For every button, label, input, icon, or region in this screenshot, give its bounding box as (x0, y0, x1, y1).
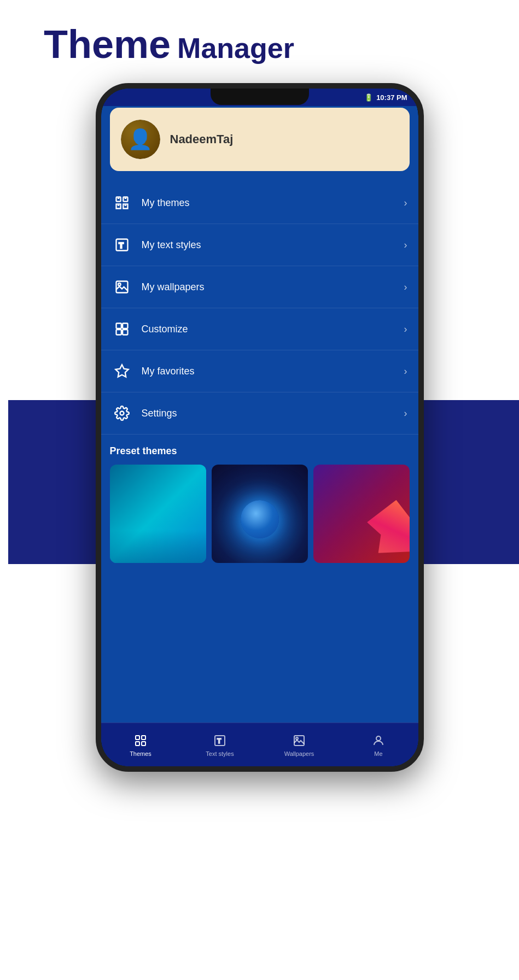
svg-rect-9 (123, 330, 127, 335)
menu-item-my-favorites[interactable]: My favorites › (101, 350, 418, 392)
svg-rect-14 (136, 742, 139, 746)
menu-label-settings: Settings (142, 408, 404, 419)
chevron-icon-wallpapers: › (404, 281, 407, 293)
nav-item-wallpapers[interactable]: Wallpapers (260, 729, 339, 761)
nav-themes-icon (133, 733, 148, 748)
menu-item-settings[interactable]: Settings › (101, 392, 418, 435)
chevron-icon-themes: › (404, 197, 407, 209)
phone-frame: 🔋 10:37 PM NadeemTaj My themes › (96, 83, 424, 772)
svg-rect-6 (116, 324, 121, 328)
svg-rect-7 (123, 324, 127, 328)
svg-text:T: T (119, 241, 124, 250)
svg-rect-13 (142, 736, 145, 740)
phone-wrapper: 🔋 10:37 PM NadeemTaj My themes › (52, 83, 468, 947)
header-manager-word: Manager (177, 32, 294, 64)
preset-theme-2[interactable] (212, 465, 308, 563)
nav-me-icon (371, 733, 386, 748)
svg-point-20 (376, 736, 381, 741)
chevron-icon-text-styles: › (404, 239, 407, 251)
gear-icon (112, 403, 132, 423)
chevron-icon-favorites: › (404, 366, 407, 377)
preset-themes-title: Preset themes (110, 445, 410, 457)
svg-rect-15 (142, 742, 145, 746)
profile-card[interactable]: NadeemTaj (110, 108, 410, 171)
menu-label-my-wallpapers: My wallpapers (142, 281, 404, 293)
nav-wallpapers-icon (291, 733, 307, 748)
svg-point-11 (120, 412, 124, 415)
grid-icon (112, 319, 132, 339)
header-theme-word: Theme (44, 22, 171, 67)
nav-label-wallpapers: Wallpapers (284, 750, 314, 757)
svg-point-19 (296, 737, 298, 740)
preset-theme-3[interactable] (313, 465, 410, 563)
text-icon: T (112, 235, 132, 255)
svg-text:T: T (217, 737, 221, 745)
star-icon (112, 361, 132, 381)
avatar (121, 120, 160, 159)
nav-item-text-styles[interactable]: T Text styles (180, 729, 260, 761)
menu-item-my-text-styles[interactable]: T My text styles › (101, 224, 418, 266)
nav-label-themes: Themes (130, 750, 151, 757)
glowing-ball (241, 500, 279, 538)
status-time: 10:37 PM (376, 93, 407, 102)
menu-label-my-text-styles: My text styles (142, 239, 404, 251)
chevron-icon-settings: › (404, 408, 407, 419)
svg-rect-8 (116, 330, 121, 335)
paint-brush-icon (112, 193, 132, 213)
app-header: Theme Manager (0, 0, 519, 78)
preset-theme-1[interactable] (110, 465, 206, 563)
power-button (423, 209, 424, 242)
preset-themes-grid (110, 465, 410, 563)
menu-list: My themes › T My text styles › My w (101, 182, 418, 435)
volume-button (96, 225, 97, 269)
menu-item-my-themes[interactable]: My themes › (101, 182, 418, 224)
preset-themes-section: Preset themes (101, 435, 418, 568)
nav-item-themes[interactable]: Themes (101, 729, 180, 761)
bottom-navigation: Themes T Text styles Wallpapers (101, 723, 418, 766)
menu-label-customize: Customize (142, 324, 404, 335)
menu-item-customize[interactable]: Customize › (101, 308, 418, 350)
svg-marker-10 (115, 365, 128, 377)
menu-item-my-wallpapers[interactable]: My wallpapers › (101, 266, 418, 308)
menu-label-my-themes: My themes (142, 197, 404, 209)
svg-point-5 (118, 283, 121, 286)
nav-item-me[interactable]: Me (339, 729, 418, 761)
phone-screen: 🔋 10:37 PM NadeemTaj My themes › (101, 89, 418, 766)
fish-decoration (363, 497, 410, 563)
image-icon (112, 277, 132, 297)
svg-rect-12 (136, 736, 139, 740)
battery-icon: 🔋 (364, 93, 373, 102)
nav-label-me: Me (374, 750, 382, 757)
menu-label-my-favorites: My favorites (142, 366, 404, 377)
nav-label-text-styles: Text styles (206, 750, 234, 757)
avatar-image (121, 120, 160, 159)
nav-text-styles-icon: T (212, 733, 228, 748)
phone-notch (211, 89, 309, 105)
chevron-icon-customize: › (404, 324, 407, 335)
profile-username: NadeemTaj (170, 132, 234, 146)
